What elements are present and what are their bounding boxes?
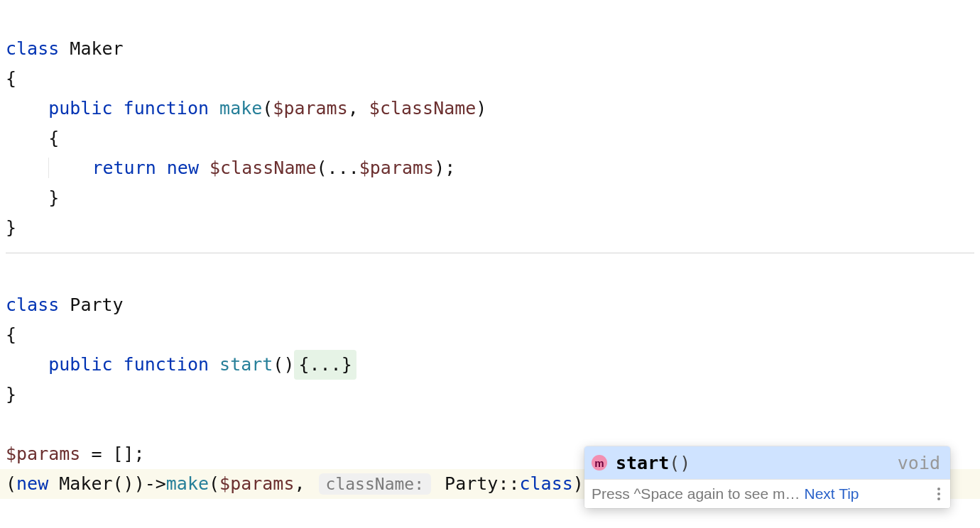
code-line: } bbox=[6, 384, 16, 405]
folded-body-badge[interactable]: {...} bbox=[294, 350, 356, 380]
completion-hint-text: Press ^Space again to see m… bbox=[592, 485, 800, 502]
completion-footer: Press ^Space again to see m…Next Tip bbox=[584, 479, 950, 508]
more-options-icon[interactable] bbox=[935, 485, 943, 503]
completion-item-name: start() bbox=[616, 453, 690, 473]
keyword-function: function bbox=[124, 98, 209, 119]
code-line: public function make($params, $className… bbox=[6, 98, 486, 119]
code-line: { bbox=[6, 68, 16, 89]
section-divider bbox=[6, 253, 974, 253]
keyword-public: public bbox=[48, 98, 112, 119]
keyword-return: return bbox=[92, 158, 156, 178]
keyword-class-const: class bbox=[519, 473, 572, 494]
method-name-start: start bbox=[219, 354, 273, 375]
var-classname: $className bbox=[369, 98, 477, 119]
class-name-party: Party bbox=[70, 295, 123, 315]
code-line: class Party bbox=[6, 295, 124, 315]
code-line: { bbox=[6, 128, 59, 148]
code-line: return new $className(...$params); bbox=[6, 158, 455, 178]
indent-guide bbox=[48, 158, 60, 178]
completion-popup[interactable]: m start() void Press ^Space again to see… bbox=[584, 446, 950, 508]
code-line: } bbox=[6, 187, 59, 208]
code-line: { bbox=[6, 324, 16, 345]
code-line: } bbox=[6, 217, 16, 238]
var-params: $params bbox=[6, 444, 80, 464]
completion-item-type: void bbox=[898, 453, 940, 473]
var-params: $params bbox=[273, 98, 347, 119]
blank-line bbox=[6, 414, 16, 434]
keyword-new: new bbox=[167, 158, 199, 178]
next-tip-link[interactable]: Next Tip bbox=[805, 485, 859, 502]
code-line: class Maker bbox=[6, 38, 124, 59]
class-name-maker: Maker bbox=[70, 38, 123, 59]
keyword-class: class bbox=[6, 38, 59, 59]
code-line: public function start(){...} bbox=[6, 354, 356, 375]
completion-item-selected[interactable]: m start() void bbox=[584, 446, 950, 479]
code-line: $params = []; bbox=[6, 444, 145, 464]
method-icon: m bbox=[592, 455, 607, 471]
method-name-make: make bbox=[219, 98, 262, 119]
parameter-hint-badge: className: bbox=[319, 473, 431, 495]
